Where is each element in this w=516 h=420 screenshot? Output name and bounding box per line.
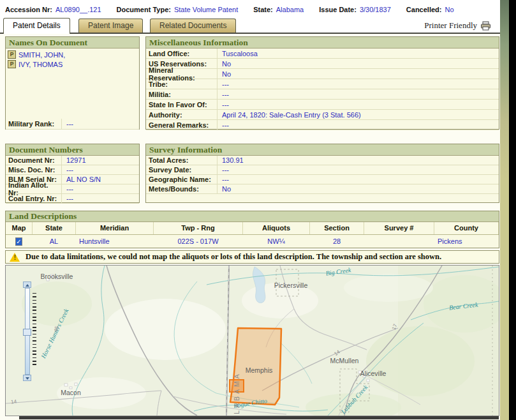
state-field: State: Alabama [253, 6, 304, 13]
names-list: P SMITH, JOHN, P IVY, THOMAS [6, 49, 139, 119]
row-value: --- [217, 79, 233, 89]
cancelled-field: Cancelled: No [406, 6, 454, 13]
misc-doc-nr-row: Misc. Doc. Nr: --- [6, 165, 139, 175]
town-label-macon: Macon [61, 389, 81, 396]
tab-bar: Patent Details Patent Image Related Docu… [0, 19, 500, 34]
geographic-name-row: Geographic Name: --- [146, 175, 499, 184]
misc-panel-title: Miscellaneous Information [146, 37, 499, 49]
land-panel-title: Land Descriptions [6, 211, 499, 222]
col-meridian: Meridian [76, 222, 154, 234]
state-line-label: ALABAMA [233, 371, 240, 416]
coal-entry-nr-row: Coal Entry. Nr: --- [6, 194, 139, 204]
row-label: Coal Entry. Nr: [6, 194, 62, 203]
accession-label: Accession Nr: [5, 6, 52, 13]
town-label-mcmullen: McMullen [330, 357, 359, 364]
names-panel-title: Names On Document [6, 37, 139, 49]
issue-date-value: 3/30/1837 [360, 6, 391, 13]
road-label-14-left: 14 [11, 398, 18, 405]
row-label: Survey Date: [146, 165, 217, 174]
row-label: Geographic Name: [146, 175, 217, 184]
row-value: Tuscaloosa [217, 49, 262, 58]
printer-friendly-link[interactable]: Printer Friendly [424, 20, 491, 31]
state-value: Alabama [276, 6, 304, 13]
map-zoom-out-button[interactable] [23, 375, 31, 381]
row-label: Document Nr: [6, 156, 62, 165]
land-office-row: Land Office: Tuscaloosa [146, 49, 499, 59]
land-descriptions-panel: Land Descriptions Map State Meridian Twp… [5, 211, 499, 248]
doc-type-field: Document Type: State Volume Patent [117, 6, 239, 13]
map-limitation-warning: ! Due to data limitations, we could not … [5, 250, 499, 264]
metes-bounds-row: Metes/Bounds: No [146, 184, 499, 194]
tab-related-documents[interactable]: Related Documents [150, 19, 236, 33]
town-label-memphis: Memphis [246, 366, 273, 374]
military-rank-value: --- [62, 119, 78, 129]
content-area: Accession Nr: AL0890__.121 Document Type… [0, 0, 500, 420]
authority-row: Authority: April 24, 1820: Sale-Cash Ent… [146, 110, 499, 120]
horizontal-scrollbar[interactable] [19, 416, 499, 419]
doc-type-value: State Volume Patent [174, 6, 238, 13]
map-row-checkbox[interactable] [15, 237, 22, 246]
survey-date-row: Survey Date: --- [146, 165, 499, 175]
row-value: --- [62, 184, 78, 193]
page-side-strip [500, 0, 509, 420]
row-label: Indian Allot. Nr: [6, 184, 62, 193]
row-label: Land Office: [146, 49, 217, 58]
mineral-reservations-row: Mineral Reservations: No [146, 69, 499, 79]
map-viewport[interactable]: Brooksville Macon Pickersville Memphis M… [5, 265, 499, 416]
row-value: 12971 [62, 156, 91, 165]
row-label: Militia: [146, 89, 217, 99]
patentee-name-link[interactable]: SMITH, JOHN, [18, 51, 65, 59]
cell-twp-rng: 022S - 017W [154, 237, 243, 245]
row-value: --- [217, 120, 233, 130]
accession-field: Accession Nr: AL0890__.121 [5, 6, 101, 13]
military-rank-label: Military Rank: [6, 119, 62, 129]
cancelled-label: Cancelled: [406, 6, 442, 13]
row-label: Metes/Bounds: [146, 184, 217, 193]
col-map: Map [6, 222, 33, 234]
military-rank-row: Military Rank: --- [6, 119, 139, 130]
map-zoom-handle[interactable] [23, 329, 31, 336]
row-label: Misc. Doc. Nr: [6, 165, 62, 174]
cell-section: 28 [310, 237, 364, 245]
warning-icon: ! [10, 253, 20, 262]
state-label: State: [253, 6, 273, 13]
state-in-favor-row: State In Favor Of: --- [146, 100, 499, 110]
row-label: Total Acres: [146, 156, 217, 165]
patentee-icon: P [8, 50, 16, 59]
row-value: --- [217, 165, 233, 174]
row-value: No [217, 69, 235, 79]
survey-panel-title: Survey Information [146, 144, 499, 156]
document-numbers-panel: Document Numbers Document Nr: 12971 Misc… [5, 144, 140, 203]
patentee-name-link[interactable]: IVY, THOMAS [18, 61, 63, 68]
accession-value: AL0890__.121 [55, 6, 101, 13]
row-value: --- [217, 89, 233, 99]
cell-state: AL [33, 237, 76, 245]
col-twp-rng: Twp - Rng [154, 222, 243, 234]
map-zoom-in-button[interactable] [23, 281, 31, 288]
list-item: P SMITH, JOHN, [8, 50, 137, 59]
cell-county: Pickens [434, 237, 499, 245]
row-value: AL NO S/N [62, 175, 105, 184]
printer-friendly-label: Printer Friendly [424, 20, 477, 31]
issue-date-label: Issue Date: [319, 6, 357, 13]
row-value: --- [217, 175, 233, 184]
doc-type-label: Document Type: [117, 6, 171, 13]
row-label: Authority: [146, 110, 217, 119]
row-label: Mineral Reservations: [146, 69, 217, 79]
town-label-aliceville: Aliceville [360, 370, 387, 377]
tab-patent-image[interactable]: Patent Image [78, 19, 143, 33]
row-value: 130.91 [217, 156, 248, 165]
map-zoom-ticks [33, 293, 36, 368]
militia-row: Militia: --- [146, 89, 499, 100]
tribe-row: Tribe: --- [146, 79, 499, 89]
tab-patent-details[interactable]: Patent Details [3, 18, 70, 34]
row-label: Tribe: [146, 79, 217, 89]
screen-edge [509, 0, 516, 420]
col-aliquots: Aliquots [243, 222, 310, 234]
printer-icon [480, 21, 491, 31]
row-label: State In Favor Of: [146, 100, 217, 109]
col-county: County [434, 222, 499, 234]
record-summary-bar: Accession Nr: AL0890__.121 Document Type… [0, 0, 500, 19]
survey-information-panel: Survey Information Total Acres: 130.91 S… [145, 144, 499, 203]
cancelled-value: No [445, 6, 453, 13]
